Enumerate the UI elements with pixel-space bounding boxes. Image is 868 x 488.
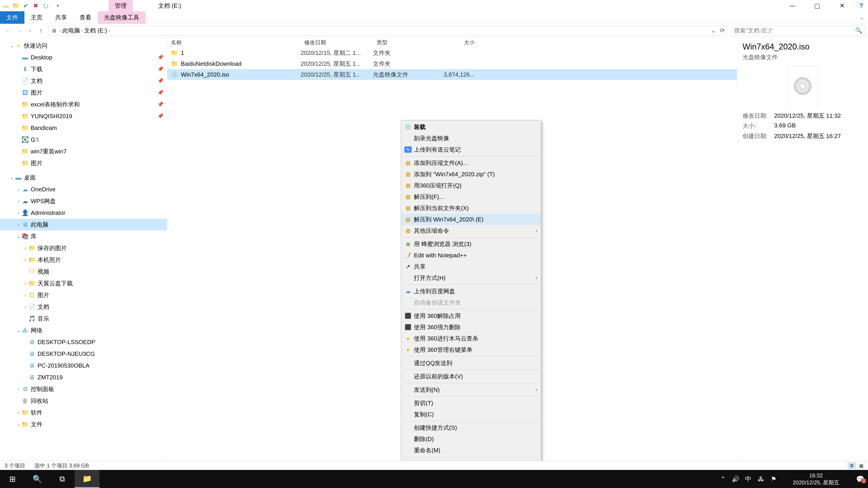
tree-desktop[interactable]: ▬Desktop📌 bbox=[0, 52, 167, 63]
ctx-baidu-upload[interactable]: ☁上传到百度网盘 bbox=[401, 286, 541, 297]
ime-icon[interactable]: 中 bbox=[742, 475, 754, 483]
file-row[interactable]: 📁 12020/12/15, 星期二 1...文件夹 bbox=[167, 47, 737, 58]
folder-icon[interactable]: 📁 bbox=[12, 2, 20, 10]
save-icon[interactable]: ✔ bbox=[22, 2, 30, 10]
history-dropdown-icon[interactable]: ▾ bbox=[24, 25, 35, 36]
tree-downloads[interactable]: ⬇下载📌 bbox=[0, 63, 167, 75]
security-icon[interactable]: ⚑ bbox=[767, 475, 780, 483]
file-row[interactable]: 📁 BaiduNetdiskDownload2020/12/25, 星期五 1.… bbox=[167, 58, 737, 69]
clock[interactable]: 16:32 2020/12/25, 星期五 bbox=[780, 472, 852, 486]
tree-network[interactable]: ⌄🖧网络 bbox=[0, 324, 167, 336]
tree-net-pc1[interactable]: 🖥DESKTOP-LSSOEDP bbox=[0, 336, 167, 348]
close-button[interactable]: ✕ bbox=[830, 0, 855, 11]
tree-net-pc4[interactable]: 🖥ZMT2019 bbox=[0, 371, 167, 383]
notification-icon[interactable]: 💬3 bbox=[852, 475, 868, 483]
tree-net-pc3[interactable]: 🖥PC-20190530OBLA bbox=[0, 360, 167, 371]
col-size[interactable]: 大小 bbox=[434, 39, 479, 46]
ctx-restore-version[interactable]: 还原以前的版本(V) bbox=[401, 371, 541, 382]
ribbon-home[interactable]: 主页 bbox=[24, 11, 49, 24]
column-headers[interactable]: 名称 修改日期 类型 大小 bbox=[167, 37, 737, 47]
view-details-icon[interactable]: ≣ bbox=[848, 462, 856, 469]
minimize-button[interactable]: — bbox=[780, 0, 805, 11]
tree-admin[interactable]: ›👤Administrator bbox=[0, 207, 167, 219]
maximize-button[interactable]: ▢ bbox=[805, 0, 830, 11]
help-button[interactable]: ? bbox=[855, 0, 868, 11]
tree-gdrive[interactable]: 💽G:\ bbox=[0, 134, 167, 145]
ctx-open-with[interactable]: 打开方式(H)› bbox=[401, 272, 541, 284]
contextual-tab-manage[interactable]: 管理 bbox=[108, 0, 133, 11]
tree-win7re[interactable]: 📁win7重装win7 bbox=[0, 145, 167, 157]
ctx-rename[interactable]: 重命名(M) bbox=[401, 445, 541, 456]
file-row-selected[interactable]: 💿 Win7x64_2020.iso2020/12/25, 星期五 1...光盘… bbox=[167, 69, 737, 80]
tree-soft[interactable]: ›📁软件 bbox=[0, 407, 167, 418]
chevron-right-icon[interactable]: › bbox=[81, 28, 83, 33]
tree-net-pc2[interactable]: 🖥DESKTOP-NJEU3CG bbox=[0, 348, 167, 360]
tree-quick-access[interactable]: ⌄★快速访问 bbox=[0, 40, 167, 52]
ctx-360-scan[interactable]: ●使用 360进行木马云查杀 bbox=[401, 333, 541, 344]
network-tray-icon[interactable]: 🖧 bbox=[754, 475, 767, 483]
ctx-360-delete[interactable]: ⬛使用 360强力删除 bbox=[401, 322, 541, 333]
ctx-youdao[interactable]: ✎上传到有道云笔记 bbox=[401, 144, 541, 155]
col-name[interactable]: 名称 bbox=[167, 39, 301, 46]
ribbon-view[interactable]: 查看 bbox=[73, 11, 98, 24]
start-button[interactable]: ⊞ bbox=[0, 470, 25, 488]
tree-control-panel[interactable]: ›⚙控制面板 bbox=[0, 383, 167, 395]
tree-doc3[interactable]: ›📄文档 bbox=[0, 301, 167, 313]
search-input[interactable]: 搜索"文档 (E:)" 🔍 bbox=[732, 26, 865, 36]
ctx-properties[interactable]: 属性(R) bbox=[401, 458, 541, 461]
tree-wps[interactable]: ›☁WPS网盘 bbox=[0, 195, 167, 207]
chevron-right-icon[interactable]: › bbox=[108, 28, 110, 33]
col-date[interactable]: 修改日期 bbox=[301, 39, 373, 46]
refresh-icon[interactable]: ⟳ bbox=[720, 27, 725, 34]
delete-icon[interactable]: ✖ bbox=[32, 2, 40, 10]
col-type[interactable]: 类型 bbox=[373, 39, 434, 46]
tree-saved-pics[interactable]: ›📁保存的图片 bbox=[0, 242, 167, 254]
ribbon-expand-icon[interactable]: ⌄ bbox=[857, 11, 866, 24]
ctx-notepad[interactable]: 📝Edit with Notepad++ bbox=[401, 250, 541, 261]
tree-tianyi[interactable]: ›📁天翼云盘下载 bbox=[0, 278, 167, 289]
search-button[interactable]: 🔍 bbox=[25, 470, 50, 488]
breadcrumb-dropdown-icon[interactable]: ⌄ bbox=[711, 27, 716, 34]
tree-this-pc[interactable]: ›🖥此电脑 bbox=[0, 219, 167, 230]
tree-video[interactable]: 🎞视频 bbox=[0, 266, 167, 278]
tree-camera[interactable]: ›📁本机照片 bbox=[0, 254, 167, 266]
tree-yunqishi[interactable]: 📁YUNQISHI2019📌 bbox=[0, 110, 167, 122]
forward-button[interactable]: → bbox=[13, 25, 24, 36]
search-icon[interactable]: 🔍 bbox=[855, 27, 862, 34]
ribbon-disc-tool[interactable]: 光盘映像工具 bbox=[98, 11, 146, 24]
back-button[interactable]: ← bbox=[3, 25, 13, 36]
chevron-right-icon[interactable]: › bbox=[59, 28, 61, 33]
ribbon-file[interactable]: 文件 bbox=[0, 11, 24, 24]
breadcrumb[interactable]: 🖥 › 此电脑 › 文档 (E:) › ⌄ ⟳ bbox=[49, 26, 727, 36]
tree-pictures2[interactable]: 📁图片 bbox=[0, 157, 167, 169]
ctx-cut[interactable]: 剪切(T) bbox=[401, 397, 541, 409]
ctx-extract-to[interactable]: ▦解压到(F)... bbox=[401, 191, 541, 202]
explorer-taskbar-icon[interactable]: 📁 bbox=[74, 470, 99, 488]
tree-onedrive[interactable]: ›☁OneDrive bbox=[0, 184, 167, 195]
ctx-extract-named[interactable]: ▦解压到 Win7x64_2020\ (E) bbox=[401, 214, 541, 225]
ctx-extract-here[interactable]: ▦解压到当前文件夹(X) bbox=[401, 202, 541, 214]
ctx-delete[interactable]: 删除(D) bbox=[401, 433, 541, 445]
ctx-send-to[interactable]: 发送到(N)› bbox=[401, 384, 541, 395]
tree-pictures[interactable]: 🖼图片📌 bbox=[0, 87, 167, 98]
ctx-other-compress[interactable]: ▦其他压缩命令› bbox=[401, 225, 541, 236]
ctx-add-archive[interactable]: ▦添加到压缩文件(A)... bbox=[401, 157, 541, 168]
tree-documents[interactable]: 📄文档📌 bbox=[0, 75, 167, 87]
ctx-qq-send[interactable]: 通过QQ发送到 bbox=[401, 357, 541, 369]
ctx-mount[interactable]: 💿装载 bbox=[401, 121, 541, 133]
tree-pic3[interactable]: ›🖼图片 bbox=[0, 289, 167, 301]
tree-bandicam[interactable]: 📁Bandicam bbox=[0, 122, 167, 134]
view-icons-icon[interactable]: ▦ bbox=[857, 462, 865, 469]
ctx-copy[interactable]: 复制(C) bbox=[401, 409, 541, 420]
qat-dropdown-icon[interactable]: ▾ bbox=[54, 2, 62, 10]
undo-icon[interactable]: ⭮ bbox=[41, 2, 50, 10]
breadcrumb-drive[interactable]: 文档 (E:) bbox=[84, 27, 107, 35]
task-view-button[interactable]: ⧉ bbox=[50, 470, 74, 488]
ribbon-share[interactable]: 共享 bbox=[49, 11, 73, 24]
ctx-360zip-open[interactable]: ▦用360压缩打开(Q) bbox=[401, 180, 541, 191]
ctx-honey-browser[interactable]: ◉用 蜂蜜浏览器 浏览(3) bbox=[401, 238, 541, 250]
ctx-360-menu[interactable]: ●使用 360管理右键菜单 bbox=[401, 344, 541, 355]
ctx-shortcut[interactable]: 创建快捷方式(S) bbox=[401, 422, 541, 433]
tree-excel-folder[interactable]: 📁excel表格制作求和📌 bbox=[0, 98, 167, 110]
volume-icon[interactable]: 🔊 bbox=[729, 475, 742, 483]
